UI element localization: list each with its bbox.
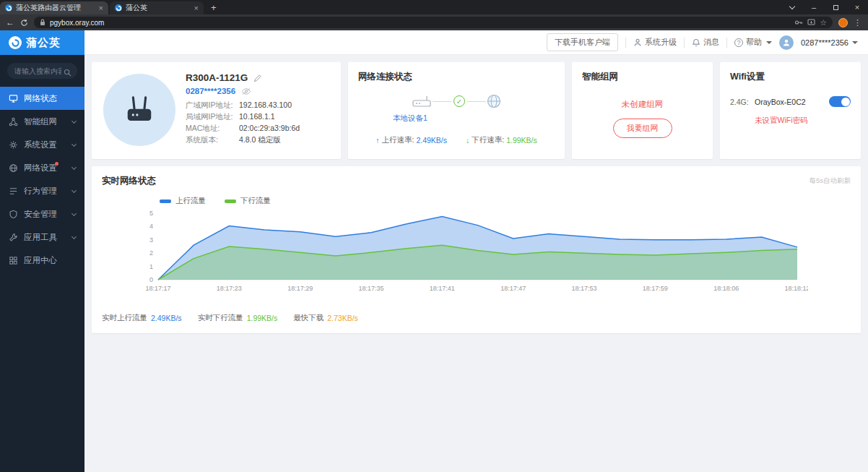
account-menu[interactable]: 0287****2356: [801, 38, 858, 47]
check-circle-icon: ✓: [453, 95, 465, 107]
edit-pencil-icon[interactable]: [253, 74, 262, 82]
sidebar-item-label: 网络状态: [24, 93, 76, 104]
dandelion-logo-icon: [9, 36, 22, 49]
browser-navbar: ← pgybox.oray.com ☆ ⋮: [0, 14, 868, 30]
sidebar-item-smart-networking[interactable]: 智能组网: [0, 110, 84, 133]
download-speed-value: 1.99KB/s: [506, 136, 537, 145]
help-icon: ?: [734, 38, 743, 47]
svg-text:4: 4: [149, 223, 153, 230]
tab-close-icon[interactable]: ×: [99, 4, 103, 12]
connection-status-card: 网络连接状态 ✓ 本地设备1 ↑ 上行速率: 2.49KB/s: [348, 62, 565, 159]
wifi-ssid: OrayBox-E0C2: [755, 98, 829, 106]
maximize-button[interactable]: [825, 0, 846, 14]
sidebar-item-behavior-management[interactable]: 行为管理: [0, 179, 84, 202]
security-shield-icon: [9, 210, 18, 219]
close-button[interactable]: ×: [846, 0, 868, 14]
svg-text:18:18:06: 18:18:06: [713, 285, 739, 292]
browser-tab-active[interactable]: 蒲公英路由器云管理 ×: [0, 1, 108, 14]
caret-down-icon: [766, 41, 772, 44]
user-avatar[interactable]: [779, 35, 794, 50]
legend-label: 上行流量: [175, 196, 206, 206]
app-tools-icon: [9, 233, 18, 242]
minimize-button[interactable]: –: [803, 0, 825, 14]
install-app-icon[interactable]: [807, 19, 815, 26]
system-upgrade-button[interactable]: 系统升级: [633, 37, 677, 48]
svg-text:18:17:17: 18:17:17: [145, 285, 170, 292]
upgrade-icon: [633, 38, 642, 47]
stat-value: 1.99KB/s: [247, 314, 278, 322]
tab-search-caret-icon[interactable]: [781, 0, 803, 14]
app-logo: 蒲公英: [0, 30, 84, 55]
field-label: 局域网IP地址:: [186, 111, 239, 122]
help-label: 帮助: [746, 37, 762, 48]
local-devices-link[interactable]: 本地设备1: [266, 113, 555, 124]
sidebar-item-security-management[interactable]: 安全管理: [0, 202, 84, 226]
sidebar-item-label: 系统设置: [24, 140, 66, 150]
app-logo-text: 蒲公英: [26, 36, 61, 50]
svg-text:18:17:29: 18:17:29: [287, 285, 313, 292]
search-icon[interactable]: [64, 66, 71, 80]
legend-swatch-blue: [160, 199, 171, 203]
chevron-down-icon: [71, 118, 77, 123]
eye-off-icon[interactable]: [241, 87, 251, 95]
help-menu[interactable]: ? 帮助: [734, 37, 772, 48]
sidebar-item-network-status[interactable]: 网络状态: [0, 87, 84, 110]
bell-icon: [692, 38, 700, 47]
chevron-down-icon: [71, 187, 77, 192]
realtime-traffic-card: 实时网络状态 每5s自动刷新 上行流量 下行流量 01234518:17:171…: [92, 166, 861, 333]
device-field-row: 广域网IP地址: 192.168.43.100: [186, 99, 300, 111]
browser-menu-icon[interactable]: ⋮: [854, 18, 862, 27]
connector-line: [467, 101, 486, 102]
upload-speed: ↑ 上行速率: 2.49KB/s: [376, 135, 447, 145]
smartnet-status-text: 未创建组网: [622, 99, 664, 110]
sidebar-item-app-center[interactable]: 应用中心: [0, 249, 84, 272]
main-content: R300A-1121G 0287****2356 广域网IP地址: 192.16…: [84, 55, 868, 472]
refresh-button[interactable]: [20, 19, 28, 27]
url-text: pgybox.oray.com: [50, 19, 104, 27]
password-key-icon[interactable]: [794, 19, 803, 26]
sidebar: 蒲公英 网络状态 智能组网 系统设置: [0, 30, 84, 472]
device-info-card: R300A-1121G 0287****2356 广域网IP地址: 192.16…: [92, 62, 341, 159]
svg-text:18:17:59: 18:17:59: [643, 285, 668, 292]
browser-titlebar: 蒲公英路由器云管理 × 蒲公英 × + – ×: [0, 0, 868, 14]
internet-globe-icon: [486, 93, 502, 109]
chart-title: 实时网络状态: [102, 175, 156, 187]
sidebar-item-app-tools[interactable]: 应用工具: [0, 226, 84, 249]
chevron-down-icon: [71, 210, 77, 215]
sidebar-item-network-settings[interactable]: 网络设置: [0, 156, 84, 179]
separator: [625, 38, 626, 48]
tab-close-icon[interactable]: ×: [194, 4, 199, 12]
browser-tab-2[interactable]: 蒲公英 ×: [110, 1, 204, 14]
create-network-button[interactable]: 我要组网: [613, 119, 672, 138]
address-bar[interactable]: pgybox.oray.com ☆: [34, 17, 833, 28]
separator: [726, 38, 727, 48]
download-mobile-app-button[interactable]: 下载手机客户端: [547, 33, 618, 51]
sidebar-item-label: 智能组网: [24, 116, 66, 127]
profile-avatar[interactable]: [838, 18, 848, 27]
traffic-area-chart[interactable]: 01234518:17:1718:17:2318:17:2918:17:3518…: [136, 207, 808, 303]
smart-networking-icon: [9, 117, 18, 126]
field-label: 系统版本:: [186, 134, 239, 145]
router-image: [103, 74, 175, 146]
messages-button[interactable]: 消息: [692, 37, 719, 48]
sidebar-item-system-settings[interactable]: 系统设置: [0, 133, 84, 156]
new-tab-button[interactable]: +: [204, 0, 224, 14]
field-label: 广域网IP地址:: [186, 99, 239, 111]
back-button[interactable]: ←: [6, 18, 14, 27]
wifi-password-hint-link[interactable]: 未设置WiFi密码: [755, 116, 851, 126]
wifi-toggle[interactable]: [829, 96, 851, 107]
auto-refresh-note: 每5s自动刷新: [809, 176, 851, 186]
messages-label: 消息: [703, 37, 719, 48]
upload-speed-label: 上行速率:: [381, 135, 414, 145]
stat-realtime-upload: 实时上行流量 2.49KB/s: [102, 313, 182, 323]
card-title: 智能组网: [582, 71, 618, 83]
field-value: 192.168.43.100: [239, 99, 292, 111]
network-status-icon: [9, 94, 18, 103]
sidebar-nav: 网络状态 智能组网 系统设置 网络设置 行为管理: [0, 87, 84, 272]
svg-text:18:17:47: 18:17:47: [500, 285, 526, 292]
lock-icon: [40, 19, 45, 26]
svg-text:18:17:23: 18:17:23: [217, 285, 242, 292]
stat-label: 实时下行流量: [198, 313, 243, 323]
sidebar-item-label: 行为管理: [24, 186, 66, 197]
bookmark-star-icon[interactable]: ☆: [820, 18, 827, 27]
